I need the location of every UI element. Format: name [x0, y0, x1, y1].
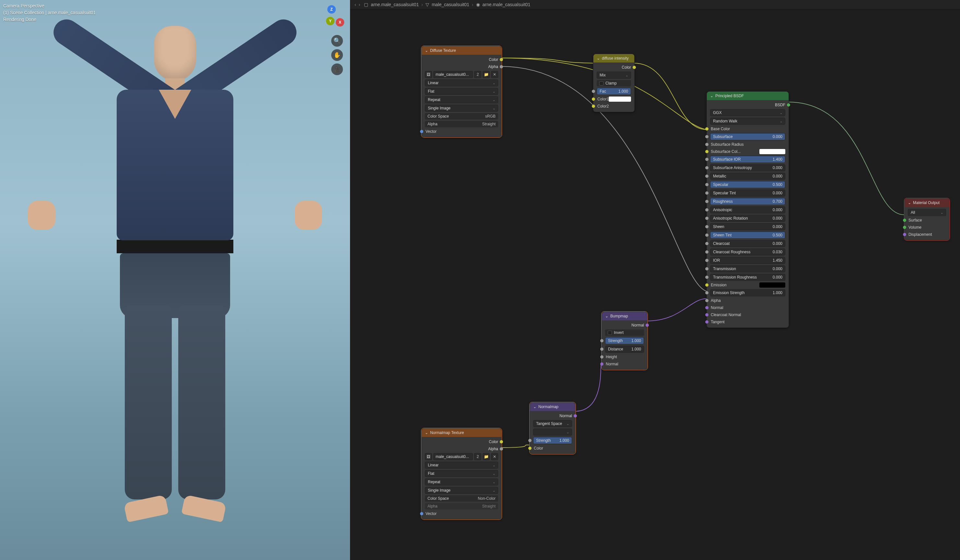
- bsdf-property-row[interactable]: Roughness0.700: [707, 197, 789, 206]
- value-slider[interactable]: Sheen0.000: [710, 223, 785, 230]
- node-bumpmap[interactable]: ⌄Bumpmap Normal Invert Strength1.000 Dis…: [602, 311, 648, 370]
- source-select[interactable]: Single Image⌄: [425, 487, 498, 494]
- chevron-down-icon[interactable]: ⌄: [597, 56, 600, 61]
- value-slider[interactable]: Transmission0.000: [710, 265, 785, 273]
- value-slider[interactable]: Transmission Roughness0.000: [710, 274, 785, 281]
- value-slider[interactable]: Anisotropic0.000: [710, 206, 785, 214]
- fac-slider[interactable]: Fac1.000: [597, 88, 631, 95]
- uvmap-select[interactable]: ⌄: [533, 429, 572, 436]
- nav-forward-icon[interactable]: ›: [359, 2, 360, 7]
- image-open-icon[interactable]: 📁: [483, 453, 490, 460]
- viewport-3d[interactable]: Camera Perspective (1) Scene Collection …: [0, 0, 350, 560]
- chevron-down-icon[interactable]: ⌄: [425, 48, 428, 53]
- value-slider[interactable]: Anisotropic Rotation0.000: [710, 215, 785, 222]
- axis-gizmo[interactable]: Z Y X: [322, 10, 342, 30]
- sss-method-select[interactable]: Random Walk⌄: [710, 118, 785, 125]
- bsdf-property-row[interactable]: Subsurface Radius: [707, 141, 789, 148]
- bsdf-property-row[interactable]: Specular Tint0.000: [707, 189, 789, 197]
- node-normalmap-texture[interactable]: ⌄Normalmap Texture Color Alpha 🖼 male_ca…: [421, 428, 502, 520]
- source-select[interactable]: Single Image⌄: [425, 105, 498, 112]
- bsdf-property-row[interactable]: Sheen0.000: [707, 222, 789, 231]
- crumb-material[interactable]: arne.male_casualsuit01: [483, 2, 531, 7]
- clamp-checkbox[interactable]: Clamp: [597, 80, 631, 86]
- emission-swatch[interactable]: [759, 282, 785, 287]
- bsdf-property-row[interactable]: Subsurface IOR1.400: [707, 155, 789, 164]
- image-open-icon[interactable]: 📁: [483, 71, 490, 78]
- node-diffuse-intensity[interactable]: ⌄diffuse intensity Color Mix⌄ Clamp Fac1…: [593, 54, 635, 112]
- value-slider[interactable]: Roughness0.700: [710, 198, 785, 205]
- image-users-icon[interactable]: 2: [474, 71, 481, 78]
- color-swatch[interactable]: [759, 149, 785, 154]
- node-material-output[interactable]: ⌄Material Output All⌄ Surface Volume Dis…: [904, 198, 950, 240]
- bsdf-property-row[interactable]: Metallic0.000: [707, 172, 789, 180]
- image-unlink-icon[interactable]: ✕: [491, 71, 498, 78]
- extension-select[interactable]: Repeat⌄: [425, 96, 498, 103]
- pan-icon[interactable]: ✋: [331, 49, 343, 61]
- bsdf-property-row[interactable]: Subsurface Anisotropy0.000: [707, 164, 789, 172]
- value-slider[interactable]: Sheen Tint0.500: [710, 231, 785, 239]
- image-browse-icon[interactable]: 🖼: [425, 71, 432, 78]
- alpha-mode-field[interactable]: AlphaStraight: [425, 121, 498, 127]
- distribution-select[interactable]: GGX⌄: [710, 109, 785, 116]
- value-slider[interactable]: Specular0.500: [710, 181, 785, 188]
- projection-select[interactable]: Flat⌄: [425, 470, 498, 477]
- value-slider[interactable]: Metallic0.000: [710, 172, 785, 180]
- chevron-down-icon[interactable]: ⌄: [710, 94, 714, 98]
- value-slider[interactable]: Clearcoat Roughness0.030: [710, 249, 785, 255]
- colorspace-field[interactable]: Color SpacesRGB: [425, 113, 498, 120]
- image-name-field[interactable]: male_casualsuit0...: [433, 453, 473, 460]
- blend-mode-select[interactable]: Mix⌄: [597, 72, 631, 79]
- value-slider[interactable]: Specular Tint0.000: [710, 190, 785, 196]
- bsdf-property-row[interactable]: Subsurface Col...: [707, 148, 789, 155]
- image-browse-icon[interactable]: 🖼: [425, 453, 432, 460]
- crumb-mesh[interactable]: male_casualsuit01: [432, 2, 469, 7]
- node-principled-bsdf[interactable]: ⌄Principled BSDF BSDF GGX⌄ Random Walk⌄ …: [707, 91, 789, 328]
- axis-z[interactable]: Z: [327, 5, 336, 14]
- bsdf-property-row[interactable]: Specular0.500: [707, 180, 789, 189]
- node-diffuse-texture[interactable]: ⌄Diffuse Texture Color Alpha 🖼 male_casu…: [421, 46, 502, 137]
- value-slider[interactable]: Subsurface0.000: [710, 133, 785, 140]
- image-unlink-icon[interactable]: ✕: [491, 453, 498, 460]
- bsdf-property-row[interactable]: Clearcoat Roughness0.030: [707, 248, 789, 256]
- invert-checkbox[interactable]: Invert: [605, 329, 644, 336]
- value-slider[interactable]: Subsurface Anisotropy0.000: [710, 164, 785, 171]
- bsdf-property-row[interactable]: Transmission Roughness0.000: [707, 273, 789, 281]
- chevron-down-icon[interactable]: ⌄: [605, 314, 608, 318]
- chevron-down-icon[interactable]: ⌄: [908, 201, 911, 205]
- socket-out-alpha: Alpha: [488, 64, 498, 69]
- crumb-object[interactable]: arne.male_casualsuit01: [371, 2, 419, 7]
- bsdf-property-row[interactable]: Sheen Tint0.500: [707, 231, 789, 239]
- camera-icon[interactable]: 🎥: [331, 64, 343, 75]
- axis-y[interactable]: Y: [326, 17, 334, 25]
- image-name-field[interactable]: male_casualsuit0...: [433, 71, 473, 78]
- bsdf-property-row[interactable]: Anisotropic0.000: [707, 206, 789, 214]
- color1-swatch[interactable]: [609, 97, 631, 102]
- target-select[interactable]: All⌄: [908, 209, 946, 216]
- bsdf-property-row[interactable]: Anisotropic Rotation0.000: [707, 214, 789, 222]
- emission-strength-slider[interactable]: Emission Strength1.000: [710, 289, 785, 296]
- interpolation-select[interactable]: Linear⌄: [425, 79, 498, 86]
- value-slider[interactable]: IOR1.450: [710, 257, 785, 264]
- projection-select[interactable]: Flat⌄: [425, 88, 498, 95]
- value-slider[interactable]: Clearcoat0.000: [710, 240, 785, 247]
- strength-slider[interactable]: Strength1.000: [605, 337, 644, 344]
- zoom-icon[interactable]: 🔍: [331, 35, 343, 47]
- strength-slider[interactable]: Strength1.000: [533, 437, 572, 444]
- bsdf-property-row[interactable]: Clearcoat0.000: [707, 239, 789, 248]
- node-editor[interactable]: ‹ › ▢ arne.male_casualsuit01 › ▽ male_ca…: [350, 0, 960, 560]
- interpolation-select[interactable]: Linear⌄: [425, 461, 498, 469]
- extension-select[interactable]: Repeat⌄: [425, 479, 498, 485]
- distance-slider[interactable]: Distance1.000: [605, 346, 644, 353]
- nav-back-icon[interactable]: ‹: [355, 2, 356, 7]
- axis-x[interactable]: X: [336, 18, 344, 27]
- node-normalmap[interactable]: ⌄Normalmap Normal Tangent Space⌄ ⌄ Stren…: [530, 402, 576, 454]
- bsdf-property-row[interactable]: IOR1.450: [707, 256, 789, 265]
- colorspace-field[interactable]: Color SpaceNon-Color: [425, 495, 498, 502]
- bsdf-property-row[interactable]: Subsurface0.000: [707, 132, 789, 141]
- bsdf-property-row[interactable]: Transmission0.000: [707, 265, 789, 273]
- space-select[interactable]: Tangent Space⌄: [533, 420, 572, 427]
- image-users-icon[interactable]: 2: [474, 453, 481, 460]
- chevron-down-icon[interactable]: ⌄: [533, 405, 536, 409]
- chevron-down-icon[interactable]: ⌄: [425, 431, 428, 435]
- value-slider[interactable]: Subsurface IOR1.400: [710, 156, 785, 163]
